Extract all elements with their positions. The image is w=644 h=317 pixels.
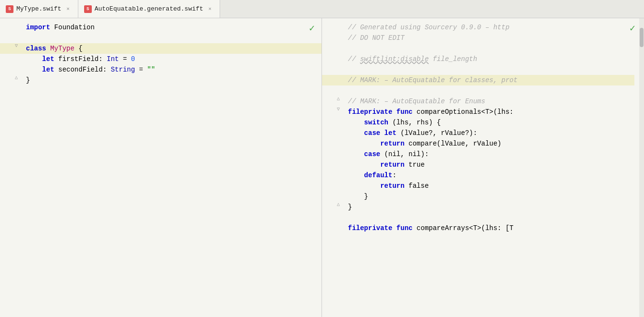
code-line: return false bbox=[322, 181, 634, 191]
code-line: let firstField: Int = 0 bbox=[0, 54, 322, 64]
line-text bbox=[24, 33, 322, 43]
line-text: return compare(lValue, rValue) bbox=[346, 138, 634, 149]
code-line: // DO NOT EDIT bbox=[322, 33, 634, 43]
fold-arrow[interactable]: ▽ bbox=[13, 43, 19, 49]
line-text: // DO NOT EDIT bbox=[346, 33, 634, 43]
line-text: } bbox=[346, 202, 634, 212]
line-text: default: bbox=[346, 170, 634, 181]
code-line: } bbox=[322, 191, 634, 202]
right-code-area[interactable]: ✓ ▽ // Generated using Sourcery 0.9.0 – … bbox=[322, 18, 644, 317]
line-text: } bbox=[346, 191, 634, 202]
tab-icon-right: S bbox=[84, 5, 92, 13]
tab-close-left[interactable]: × bbox=[64, 5, 72, 13]
panes-container: ✓ import Foundation ▽ bbox=[0, 18, 644, 317]
code-line: default: bbox=[322, 170, 634, 181]
line-gutter: ▽ bbox=[0, 43, 24, 49]
code-line: case let (lValue?, rValue?): bbox=[322, 128, 634, 138]
line-text bbox=[346, 43, 634, 54]
code-line: // swiftlint:disable file_length bbox=[322, 54, 634, 64]
code-line: return compare(lValue, rValue) bbox=[322, 138, 634, 149]
line-text: // MARK: – AutoEquatable for classes, pr… bbox=[346, 75, 634, 85]
line-text bbox=[346, 85, 634, 96]
line-text: case let (lValue?, rValue?): bbox=[346, 128, 634, 138]
line-text bbox=[346, 212, 634, 223]
line-text: let firstField: Int = 0 bbox=[24, 54, 322, 64]
line-text bbox=[346, 64, 634, 75]
tab-icon-left: S bbox=[6, 5, 13, 13]
line-text: fileprivate func compareOptionals<T>(lhs… bbox=[346, 107, 634, 117]
fold-arrow-close[interactable]: △ bbox=[13, 75, 19, 81]
code-line-mark-enums: △ // MARK: – AutoEquatable for Enums bbox=[322, 96, 634, 107]
line-text: fileprivate func compareArrays<T>(lhs: [… bbox=[346, 223, 634, 233]
left-pane: ✓ import Foundation ▽ bbox=[0, 18, 322, 317]
code-line: ▽ // Generated using Sourcery 0.9.0 – ht… bbox=[322, 22, 634, 33]
tab-label-left: MyType.swift bbox=[16, 5, 62, 12]
code-line bbox=[322, 85, 634, 96]
line-gutter: △ bbox=[0, 75, 24, 81]
code-line: switch (lhs, rhs) { bbox=[322, 117, 634, 128]
fold-arrow-close[interactable]: △ bbox=[335, 202, 341, 207]
editor-container: S MyType.swift × S AutoEquatable.generat… bbox=[0, 0, 644, 317]
code-line: return true bbox=[322, 159, 634, 170]
code-line: import Foundation bbox=[0, 22, 322, 33]
code-line bbox=[322, 64, 634, 75]
line-text: import Foundation bbox=[24, 22, 322, 33]
right-pane: ✓ ▽ // Generated using Sourcery 0.9.0 – … bbox=[322, 18, 644, 317]
line-text: return true bbox=[346, 159, 634, 170]
code-line bbox=[322, 43, 634, 54]
right-code-content: ▽ // Generated using Sourcery 0.9.0 – ht… bbox=[322, 18, 644, 237]
line-text: // MARK: – AutoEquatable for Enums bbox=[346, 96, 634, 107]
code-line: case (nil, nil): bbox=[322, 149, 634, 159]
line-text: case (nil, nil): bbox=[346, 149, 634, 159]
line-gutter: ▽ bbox=[322, 107, 346, 112]
tab-autoequatable[interactable]: S AutoEquatable.generated.swift × bbox=[78, 0, 220, 18]
fold-arrow[interactable]: △ bbox=[335, 96, 341, 102]
code-line bbox=[0, 33, 322, 43]
code-line: let secondField: String = "" bbox=[0, 64, 322, 75]
line-text: // Generated using Sourcery 0.9.0 – http bbox=[346, 22, 634, 33]
left-code-content: ✓ import Foundation ▽ bbox=[0, 18, 322, 89]
fold-arrow[interactable]: ▽ bbox=[335, 107, 341, 112]
line-text: } bbox=[24, 75, 322, 85]
line-gutter: △ bbox=[322, 202, 346, 207]
code-line-comparearrays: fileprivate func compareArrays<T>(lhs: [… bbox=[322, 223, 634, 233]
line-gutter: ▽ bbox=[322, 22, 346, 28]
line-text: class MyType { bbox=[24, 43, 322, 54]
left-code-area[interactable]: ✓ import Foundation ▽ bbox=[0, 18, 322, 317]
line-text: switch (lhs, rhs) { bbox=[346, 117, 634, 128]
tab-label-right: AutoEquatable.generated.swift bbox=[95, 5, 203, 12]
tab-bar: S MyType.swift × S AutoEquatable.generat… bbox=[0, 0, 644, 18]
code-line bbox=[322, 212, 634, 223]
line-gutter: △ bbox=[322, 96, 346, 102]
code-line-close: △ } bbox=[322, 202, 634, 212]
line-text: // swiftlint:disable file_length bbox=[346, 54, 634, 64]
code-line-close: △ } bbox=[0, 75, 322, 85]
code-line-func: ▽ fileprivate func compareOptionals<T>(l… bbox=[322, 107, 634, 117]
tab-close-right[interactable]: × bbox=[206, 5, 214, 13]
code-line-class: ▽ class MyType { bbox=[0, 43, 322, 54]
line-text: return false bbox=[346, 181, 634, 191]
tab-mytype[interactable]: S MyType.swift × bbox=[0, 0, 78, 18]
code-line-mark: // MARK: – AutoEquatable for classes, pr… bbox=[322, 75, 634, 85]
line-text: let secondField: String = "" bbox=[24, 64, 322, 75]
fold-arrow: ▽ bbox=[335, 22, 341, 28]
